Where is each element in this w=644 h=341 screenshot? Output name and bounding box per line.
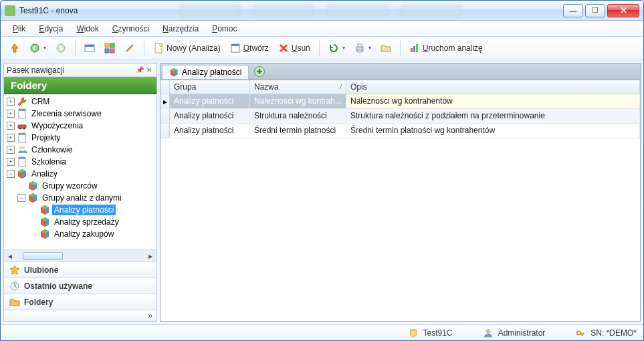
doc-icon — [17, 108, 27, 119]
tree-node-label: Zlecenia serwisowe — [29, 108, 104, 119]
col-header-nazwa[interactable]: Nazwa/ — [250, 80, 346, 94]
cell-nazwa: Należności wg kontrah... — [250, 94, 346, 108]
sidebar-hscroll[interactable]: ◂▸ — [4, 249, 156, 261]
expander-icon[interactable]: + — [7, 134, 15, 142]
pin-icon[interactable]: 📌 — [135, 66, 144, 75]
accordion-ostatnio[interactable]: Ostatnio używane — [4, 278, 156, 294]
tab-analizy-platnosci[interactable]: Analizy płatności — [162, 65, 249, 79]
print-button[interactable]: ▾ — [351, 41, 374, 55]
svg-point-32 — [577, 331, 580, 334]
menu-plik[interactable]: Plik — [7, 23, 31, 35]
up-button[interactable] — [6, 41, 23, 55]
settings-button[interactable] — [121, 41, 138, 55]
svg-rect-10 — [231, 44, 239, 46]
menu-czynnosci[interactable]: Czynności — [107, 23, 154, 35]
expander-icon[interactable]: + — [7, 98, 15, 106]
svg-point-25 — [22, 146, 25, 149]
tree-node[interactable]: Grupy wzorców — [5, 180, 155, 192]
toolbar: ▾ Nowy (Analiza) Otwórz Usuń ▾ ▾ Uruchom… — [1, 37, 643, 60]
menu-pomoc[interactable]: Pomoc — [207, 23, 242, 35]
window-minimize-button[interactable]: — — [563, 4, 583, 17]
accordion-foldery[interactable]: Foldery — [4, 294, 156, 310]
col-header-opis[interactable]: Opis — [346, 80, 640, 94]
run-analysis-label: Uruchom analizę — [423, 43, 483, 53]
view1-button[interactable] — [81, 41, 98, 55]
nav-tree[interactable]: +CRM+Zlecenia serwisowe+Wypożyczenia+Pro… — [4, 94, 156, 249]
expander-icon[interactable]: − — [7, 170, 15, 178]
new-button[interactable]: Nowy (Analiza) — [150, 41, 224, 55]
status-sn: SN: *DEMO* — [591, 328, 637, 338]
expander-icon[interactable]: + — [7, 110, 15, 118]
accordion-expand[interactable]: » — [4, 310, 156, 321]
svg-rect-16 — [416, 44, 418, 52]
menu-widok[interactable]: Widok — [71, 23, 104, 35]
plus-icon — [253, 65, 266, 78]
expander-icon[interactable]: + — [7, 122, 15, 130]
cell-opis: Struktura należności z podziałem na prze… — [346, 109, 640, 123]
chevron-down-icon: ▾ — [368, 45, 371, 51]
doc-icon — [17, 156, 27, 167]
tree-node[interactable]: +Projekty — [5, 132, 155, 144]
table-row[interactable]: ▸Analizy płatnościNależności wg kontrah.… — [160, 94, 640, 109]
accordion-ulubione-label: Ulubione — [24, 265, 58, 275]
svg-rect-8 — [155, 43, 162, 53]
cell-nazwa: Struktura należności — [250, 109, 346, 123]
back-button[interactable]: ▾ — [26, 41, 49, 55]
tree-node[interactable]: −Grupy analiz z danymi — [5, 192, 155, 204]
expander-icon[interactable]: + — [7, 158, 15, 166]
svg-rect-4 — [105, 43, 109, 47]
new-tab-button[interactable] — [253, 65, 266, 78]
forward-button[interactable] — [52, 41, 70, 55]
expander-icon[interactable]: + — [7, 146, 15, 154]
refresh-button[interactable]: ▾ — [325, 41, 348, 55]
window-title: Test91C - enova — [19, 6, 78, 15]
menu-edycja[interactable]: Edycja — [33, 23, 68, 35]
tree-node[interactable]: +CRM — [5, 96, 155, 108]
expander-icon[interactable]: − — [17, 194, 25, 202]
sidebar-title: Pasek nawigacji — [7, 66, 64, 75]
open-button-label: Otwórz — [243, 43, 269, 53]
tree-node[interactable]: +Wypożyczenia — [5, 120, 155, 132]
svg-rect-13 — [358, 50, 362, 52]
svg-rect-6 — [105, 49, 109, 53]
tree-node[interactable]: −Analizy — [5, 168, 155, 180]
wrench-icon — [17, 96, 27, 107]
view2-button[interactable] — [101, 41, 118, 55]
cell-grupa: Analizy płatności — [170, 109, 250, 123]
run-analysis-button[interactable]: Uruchom analizę — [406, 41, 486, 55]
cube-icon — [169, 68, 179, 77]
menu-pomoc-label: omoc — [217, 24, 237, 33]
tree-node-label: Szkolenia — [29, 156, 68, 167]
folder-button[interactable] — [377, 41, 395, 55]
table-row[interactable]: Analizy płatnościŚredni termin płatności… — [160, 124, 640, 138]
tree-node[interactable]: +Szkolenia — [5, 156, 155, 168]
delete-button[interactable]: Usuń — [275, 41, 314, 55]
sidebar: Pasek nawigacji 📌 ✕ Foldery +CRM+Zleceni… — [3, 63, 157, 322]
tree-node-label: Wypożyczenia — [29, 120, 85, 131]
cube-icon — [27, 181, 38, 191]
col-header-grupa[interactable]: Grupa — [170, 80, 250, 94]
tree-node[interactable]: Analizy zakupów — [5, 228, 155, 240]
data-grid[interactable]: Grupa Nazwa/ Opis ▸Analizy płatnościNale… — [160, 80, 641, 322]
svg-rect-3 — [85, 45, 94, 47]
tree-node[interactable]: Analizy sprzedaży — [5, 216, 155, 228]
cell-nazwa: Średni termin płatności — [250, 124, 346, 138]
menu-czynnosci-label: zynności — [118, 24, 149, 33]
tree-node[interactable]: Analizy płatności — [5, 204, 155, 216]
delete-button-label: Usuń — [292, 43, 310, 53]
tab-bar: Analizy płatności — [160, 63, 641, 80]
tree-node[interactable]: +Członkowie — [5, 144, 155, 156]
window-maximize-button[interactable]: ☐ — [585, 4, 605, 17]
accordion-ulubione[interactable]: Ulubione — [4, 262, 156, 278]
tree-node[interactable]: +Zlecenia serwisowe — [5, 108, 155, 120]
close-icon[interactable]: ✕ — [144, 66, 154, 75]
table-row[interactable]: Analizy płatnościStruktura należnościStr… — [160, 109, 640, 124]
clock-icon — [9, 281, 20, 292]
row-indicator — [160, 124, 170, 138]
open-button[interactable]: Otwórz — [227, 41, 272, 55]
window-close-button[interactable]: ✕ — [607, 4, 639, 17]
svg-rect-18 — [19, 109, 25, 111]
accordion-foldery-label: Foldery — [24, 298, 53, 307]
svg-rect-5 — [110, 43, 114, 47]
menu-narzedzia[interactable]: Narzędzia — [157, 23, 204, 35]
